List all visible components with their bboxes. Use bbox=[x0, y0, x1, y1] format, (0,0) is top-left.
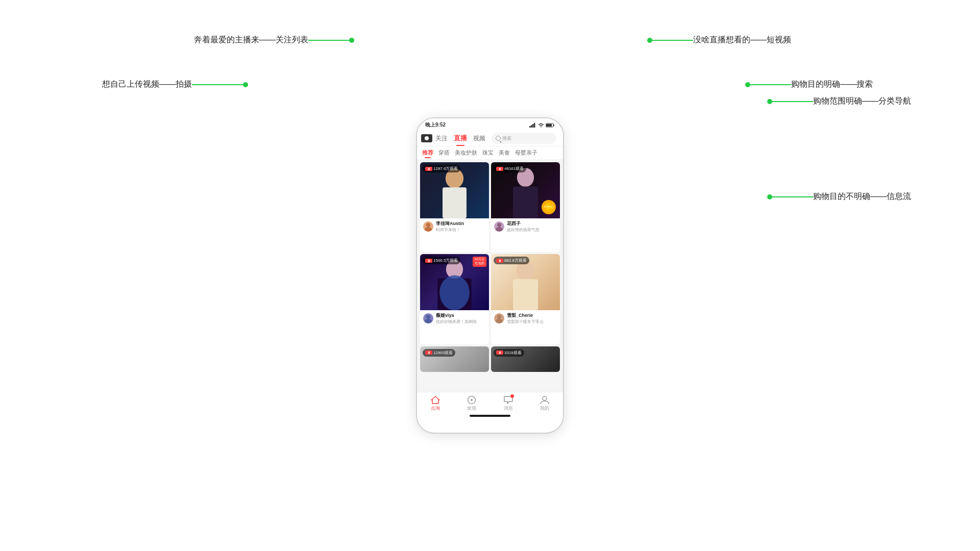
live-thumb-1: 直 1287.6万观看 bbox=[420, 162, 489, 218]
discover-icon bbox=[467, 395, 476, 405]
search-icon bbox=[496, 136, 501, 141]
live-info-1: 李佳琦Austin 时尚节来啦！ bbox=[420, 218, 489, 235]
annotation-camera: 想自己上传视频——拍摄 bbox=[102, 79, 248, 90]
nav-discover[interactable]: 发现 bbox=[467, 395, 476, 412]
live-info-2: 花西子 超好用的翡翠气垫 bbox=[491, 218, 560, 235]
wifi-icon bbox=[538, 123, 544, 128]
viewer-badge-2: 直 48161观看 bbox=[494, 165, 526, 172]
avatar-4 bbox=[494, 313, 504, 323]
annotation-search: 购物目的明确——搜索 bbox=[745, 79, 873, 90]
live-grid: 直 1287.6万观看 李佳琦Austin 时尚节来啦！ bbox=[417, 159, 563, 392]
home-icon bbox=[431, 395, 440, 405]
nav-messages[interactable]: 消息 bbox=[504, 395, 513, 412]
avatar-2 bbox=[494, 221, 504, 232]
camera-button[interactable] bbox=[421, 134, 432, 142]
live-card-4[interactable]: 直 882.8万观看 雪梨_Cherie 雪梨双十暖冬节零点 bbox=[491, 254, 560, 344]
live-thumb-6: 直 3319观看 bbox=[491, 346, 560, 372]
cat-fashion[interactable]: 穿搭 bbox=[438, 149, 450, 157]
tab-live[interactable]: 直播 bbox=[451, 133, 470, 144]
viewer-badge-3: 直 1500.5万观看 bbox=[423, 257, 460, 264]
svg-rect-11 bbox=[513, 186, 538, 218]
annotation-category: 购物范围明确——分类导航 bbox=[767, 96, 911, 107]
svg-point-25 bbox=[471, 399, 473, 401]
live-thumb-4: 直 882.8万观看 bbox=[491, 254, 560, 310]
battery-icon bbox=[546, 123, 555, 128]
live-thumb-2: 直 48161观看 元宝中心 bbox=[491, 162, 560, 218]
svg-rect-7 bbox=[443, 187, 467, 218]
tab-follow[interactable]: 关注 bbox=[432, 133, 451, 144]
cat-recommend[interactable]: 推荐 bbox=[422, 149, 433, 157]
nav-profile[interactable]: 我的 bbox=[540, 395, 549, 412]
svg-point-8 bbox=[426, 223, 430, 227]
annotation-short-video: 没啥直播想看的——短视频 bbox=[647, 35, 791, 45]
svg-point-16 bbox=[439, 276, 470, 310]
status-icons bbox=[529, 123, 555, 128]
status-bar: 晚上9:52 bbox=[417, 118, 563, 131]
avatar-1 bbox=[423, 221, 433, 232]
live-thumb-5: 直 12905观看 bbox=[420, 346, 489, 372]
svg-rect-3 bbox=[534, 123, 535, 128]
message-badge bbox=[510, 394, 514, 398]
cat-jewelry[interactable]: 珠宝 bbox=[482, 149, 494, 157]
home-indicator bbox=[470, 415, 510, 417]
live-card-3[interactable]: 直 1500.5万观看 90万元 红包雨 bbox=[420, 254, 489, 344]
annotation-feed: 购物目的不明确——信息流 bbox=[767, 191, 911, 202]
svg-point-12 bbox=[497, 223, 501, 227]
live-card-1[interactable]: 直 1287.6万观看 李佳琦Austin 时尚节来啦！ bbox=[420, 162, 489, 252]
nav-home[interactable]: 点淘 bbox=[431, 395, 440, 412]
message-icon bbox=[504, 395, 513, 405]
gold-badge: 元宝中心 bbox=[542, 200, 556, 214]
svg-rect-5 bbox=[546, 124, 552, 127]
svg-point-26 bbox=[543, 396, 547, 400]
live-card-5[interactable]: 直 12905观看 bbox=[420, 346, 489, 372]
svg-rect-20 bbox=[513, 280, 538, 311]
viewer-badge-4: 直 882.8万观看 bbox=[494, 257, 529, 264]
phone-frame: 晚上9:52 bbox=[416, 117, 564, 434]
live-thumb-3: 直 1500.5万观看 90万元 红包雨 bbox=[420, 254, 489, 310]
svg-marker-23 bbox=[431, 396, 439, 404]
svg-rect-2 bbox=[532, 124, 534, 128]
category-tabs: 推荐 穿搭 美妆护肤 珠宝 美食 母婴亲子 bbox=[417, 146, 563, 159]
red-bag-badge: 90万元 红包雨 bbox=[473, 257, 486, 267]
signal-icon bbox=[529, 123, 536, 128]
viewer-badge-5: 直 12905观看 bbox=[423, 349, 455, 357]
live-card-6[interactable]: 直 3319观看 bbox=[491, 346, 560, 372]
svg-point-9 bbox=[425, 227, 432, 232]
tab-video[interactable]: 视频 bbox=[470, 133, 488, 144]
status-time: 晚上9:52 bbox=[425, 121, 446, 129]
live-info-3: 薇娅viya 低价好物来袭！加购啦 bbox=[420, 310, 489, 327]
viewer-badge-6: 直 3319观看 bbox=[494, 349, 524, 357]
cat-food[interactable]: 美食 bbox=[499, 149, 510, 157]
svg-point-13 bbox=[496, 227, 503, 232]
nav-tabs: 关注 直播 视频 搜索 bbox=[417, 131, 563, 146]
svg-point-21 bbox=[497, 315, 501, 319]
profile-icon bbox=[540, 395, 549, 405]
cat-beauty[interactable]: 美妆护肤 bbox=[455, 149, 477, 157]
cat-parenting[interactable]: 母婴亲子 bbox=[515, 149, 537, 157]
viewer-badge-1: 直 1287.6万观看 bbox=[423, 165, 460, 172]
phone-mockup: 晚上9:52 bbox=[416, 117, 564, 434]
search-bar[interactable]: 搜索 bbox=[492, 133, 556, 144]
live-info-4: 雪梨_Cherie 雪梨双十暖冬节零点 bbox=[491, 310, 560, 327]
live-card-2[interactable]: 直 48161观看 元宝中心 花西子 bbox=[491, 162, 560, 252]
svg-point-17 bbox=[426, 315, 430, 319]
avatar-3 bbox=[423, 313, 433, 323]
annotation-follow-list: 奔着最爱的主播来——关注列表 bbox=[194, 35, 354, 45]
svg-point-22 bbox=[496, 319, 503, 323]
svg-rect-0 bbox=[529, 126, 531, 128]
svg-rect-1 bbox=[531, 125, 532, 128]
bottom-nav: 点淘 发现 消息 bbox=[417, 392, 563, 414]
svg-point-18 bbox=[425, 319, 432, 323]
